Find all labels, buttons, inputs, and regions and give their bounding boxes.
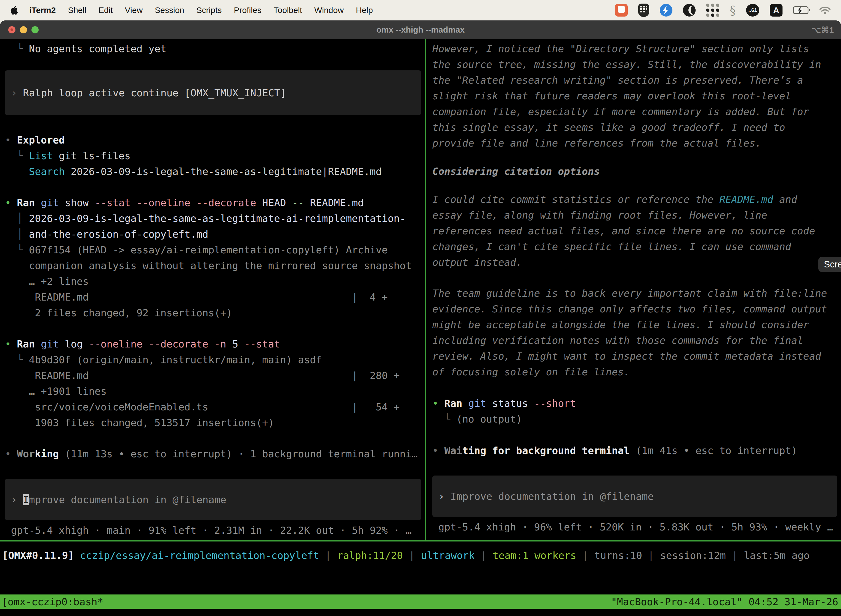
text-token: --stat --oneline --decorate	[95, 197, 256, 208]
lightning-badge-icon[interactable]	[660, 4, 673, 16]
screen-overlay-button[interactable]: Scre	[818, 257, 841, 272]
menu-item-scripts[interactable]: Scripts	[196, 6, 222, 15]
screen: iTerm2 Shell Edit View Session Scripts P…	[0, 0, 841, 616]
terminal-line: src/voice/voiceModeEnabled.ts | 54 +	[5, 399, 425, 415]
text-token: git	[41, 338, 59, 350]
prompt-input-line[interactable]: › Improve documentation in @filename	[11, 492, 226, 507]
terminal-line: • Working (11m 13s • esc to interrupt) ·…	[5, 446, 425, 462]
terminal-line: I could cite commit statistics or refere…	[432, 192, 841, 270]
text-token	[5, 166, 29, 177]
text-token: •	[432, 398, 444, 409]
prompt-input-box[interactable]: › Improve documentation in @filename	[5, 479, 421, 520]
prompt-input-line[interactable]: › Improve documentation in @filename	[438, 488, 653, 504]
menu-item-shell[interactable]: Shell	[68, 6, 86, 15]
menu-item-help[interactable]: Help	[356, 6, 373, 15]
window-shortcut-badge: ⌥⌘1	[812, 21, 834, 39]
text-token: log	[59, 338, 89, 350]
prompt-input-box[interactable]: › Ralph loop active continue [OMX_TMUX_I…	[5, 70, 421, 115]
text-token: --oneline --decorate -n	[89, 338, 226, 350]
text-token: └	[5, 150, 29, 161]
text-token: I could cite commit statistics or refere…	[432, 194, 719, 205]
text-token: (1m 41s • esc to interrupt)	[630, 445, 797, 456]
terminal-line: README.md | 4 +	[5, 289, 425, 305]
terminal-line: gpt-5.4 xhigh · 96% left · 520K in · 5.8…	[432, 519, 841, 535]
text-token: (11m 13s • esc to interrupt) · 1 backgro…	[59, 448, 418, 459]
percent-badge-icon[interactable]: ..61	[746, 4, 759, 16]
text-token: 5	[226, 338, 244, 350]
chat-bubble-icon[interactable]	[615, 4, 628, 16]
text-token: ›	[11, 494, 23, 505]
iterm2-window: omx --xhigh --madmax ⌥⌘1 └ No agents com…	[0, 21, 841, 616]
apple-logo-icon[interactable]	[10, 5, 18, 15]
terminal-line: companion analysis without altering the …	[5, 258, 425, 273]
tmux-pane-divider-horizontal[interactable]	[0, 540, 841, 541]
terminal-line: Considering citation options	[432, 163, 841, 179]
text-token: Considering citation options	[432, 166, 600, 177]
text-token: ralph:11/20	[337, 550, 403, 561]
text-token: |	[642, 550, 660, 561]
text-token: gpt-5.4 xhigh · main · 91% left · 2.31M …	[5, 525, 412, 536]
menu-item-toolbelt[interactable]: Toolbelt	[274, 6, 302, 15]
text-token: README.md	[304, 197, 364, 208]
squiggle-icon[interactable]: §	[730, 4, 736, 17]
a-square-icon[interactable]: A	[770, 4, 782, 16]
wifi-icon[interactable]	[819, 6, 831, 15]
text-token: git ls-files	[53, 150, 130, 161]
tmux-pane-divider-vertical[interactable]	[425, 39, 426, 541]
terminal-line: └ 067f154 (HEAD -> essay/ai-reimplementa…	[5, 242, 425, 258]
tmux-pane-left[interactable]: └ No agents completed yet› Ralph loop ac…	[0, 39, 425, 541]
dots-grid-icon[interactable]	[706, 4, 719, 17]
text-token: Ran	[17, 197, 35, 208]
menu-item-window[interactable]: Window	[314, 6, 344, 15]
text-token: •	[5, 338, 17, 350]
prompt-input-line[interactable]: › Ralph loop active continue [OMX_TMUX_I…	[11, 85, 286, 101]
menu-item-iterm2[interactable]: iTerm2	[29, 6, 56, 15]
text-token: Ralph loop active continue [OMX_TMUX_INJ…	[23, 87, 286, 98]
text-token: src/voice/voiceModeEnabled.ts | 54 +	[5, 401, 400, 413]
text-token: --stat	[244, 338, 280, 350]
text-token: ting for background terminal	[462, 445, 630, 456]
text-token: git	[468, 398, 486, 409]
close-window-button[interactable]	[8, 26, 15, 34]
text-token: Wai	[444, 445, 462, 456]
battery-icon[interactable]	[793, 6, 809, 14]
prompt-input-box[interactable]: › Improve documentation in @filename	[432, 475, 837, 517]
menu-item-profiles[interactable]: Profiles	[234, 6, 261, 15]
terminal-line: gpt-5.4 xhigh · main · 91% left · 2.31M …	[5, 522, 425, 538]
menu-item-view[interactable]: View	[125, 6, 143, 15]
menu-item-session[interactable]: Session	[155, 6, 184, 15]
text-token: --	[292, 197, 304, 208]
terminal-line: • Explored	[5, 132, 425, 148]
text-token: --short	[534, 398, 576, 409]
terminal-line: │ and-the-erosion-of-copyleft.md	[5, 226, 425, 242]
text-token: 2026-03-09-is-legal-the-same-as-legitima…	[29, 213, 406, 224]
text-token: No agents completed yet	[29, 43, 167, 54]
text-token: cczip/essay/ai-reimplementation-copyleft	[80, 550, 319, 561]
text-token: ›	[11, 87, 23, 98]
text-token: Ran	[444, 398, 462, 409]
menu-item-edit[interactable]: Edit	[98, 6, 113, 15]
text-token	[74, 550, 80, 561]
terminal-line: … +2 lines	[5, 273, 425, 289]
terminal-line: └ List git ls-files	[5, 148, 425, 164]
text-token: 1903 files changed, 513517 insertions(+)	[5, 417, 274, 428]
text-token: [OMX#0.11.9]	[2, 550, 74, 561]
minimize-window-button[interactable]	[20, 26, 27, 34]
zoom-window-button[interactable]	[31, 26, 39, 34]
terminal-line: 1903 files changed, 513517 insertions(+)	[5, 415, 425, 431]
text-token: README.md | 4 +	[5, 292, 388, 303]
text-token: └	[5, 244, 29, 255]
terminal-line: README.md | 280 +	[5, 368, 425, 383]
tmux-session-window: [omx-cczip0:bash*	[1, 596, 103, 607]
tmux-status-bar: [omx-cczip0:bash* "MacBook-Pro-44.local"…	[0, 594, 841, 609]
text-token: |	[403, 550, 421, 561]
shield-grid-icon[interactable]	[638, 4, 649, 17]
tmux-pane-right[interactable]: However, I noticed the "Directory Struct…	[428, 39, 841, 541]
terminal-line: • Waiting for background terminal (1m 41…	[432, 443, 841, 458]
text-token: └	[5, 43, 29, 54]
text-token: Explored	[17, 134, 64, 146]
text-token	[35, 197, 41, 208]
text-token: show	[59, 197, 95, 208]
text-token: and-the-erosion-of-copyleft.md	[29, 229, 208, 240]
crescent-icon[interactable]	[683, 4, 696, 16]
